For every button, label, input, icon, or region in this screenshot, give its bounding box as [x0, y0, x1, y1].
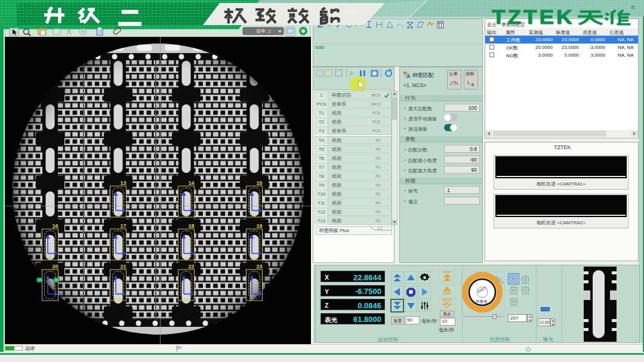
svg-text:20: 20 [53, 264, 58, 270]
svg-text:1: 1 [467, 80, 470, 85]
svg-text:18: 18 [189, 223, 195, 229]
svg-text:15: 15 [257, 180, 263, 186]
svg-text:22: 22 [189, 264, 195, 270]
svg-text:13: 13 [121, 180, 127, 186]
svg-text:环形光: 环形光 [476, 299, 488, 304]
svg-text:倍率: 2: 倍率: 2 [256, 29, 271, 34]
svg-text:21: 21 [121, 264, 127, 270]
svg-text:16: 16 [53, 223, 58, 229]
svg-text:1:1: 1:1 [377, 227, 383, 230]
svg-text:23: 23 [257, 264, 263, 270]
svg-text:17: 17 [121, 223, 127, 229]
svg-text:14: 14 [189, 180, 195, 186]
svg-text:19: 19 [257, 223, 263, 229]
